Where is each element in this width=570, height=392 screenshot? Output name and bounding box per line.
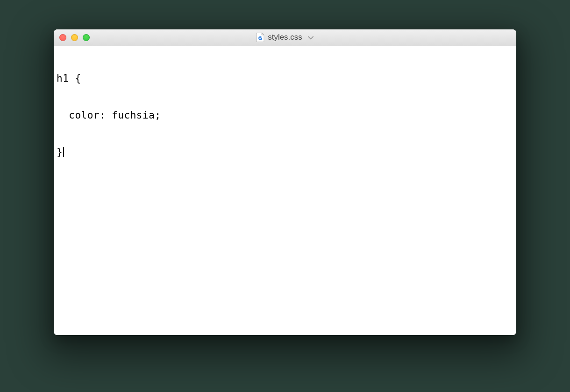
code-line: } — [57, 146, 513, 158]
code-line: h1 { — [57, 72, 513, 84]
editor-window: styles.css h1 { color: fuchsia; } — [54, 29, 516, 335]
css-file-icon — [256, 33, 264, 42]
close-button[interactable] — [59, 34, 66, 41]
titlebar[interactable]: styles.css — [54, 29, 516, 46]
window-title: styles.css — [268, 33, 302, 42]
chevron-down-icon[interactable] — [308, 33, 314, 42]
zoom-button[interactable] — [83, 34, 90, 41]
text-editor-area[interactable]: h1 { color: fuchsia; } — [54, 46, 516, 335]
traffic-lights — [59, 34, 90, 41]
text-cursor — [63, 147, 64, 157]
title-area[interactable]: styles.css — [256, 33, 314, 42]
minimize-button[interactable] — [71, 34, 78, 41]
code-line: color: fuchsia; — [57, 109, 513, 121]
